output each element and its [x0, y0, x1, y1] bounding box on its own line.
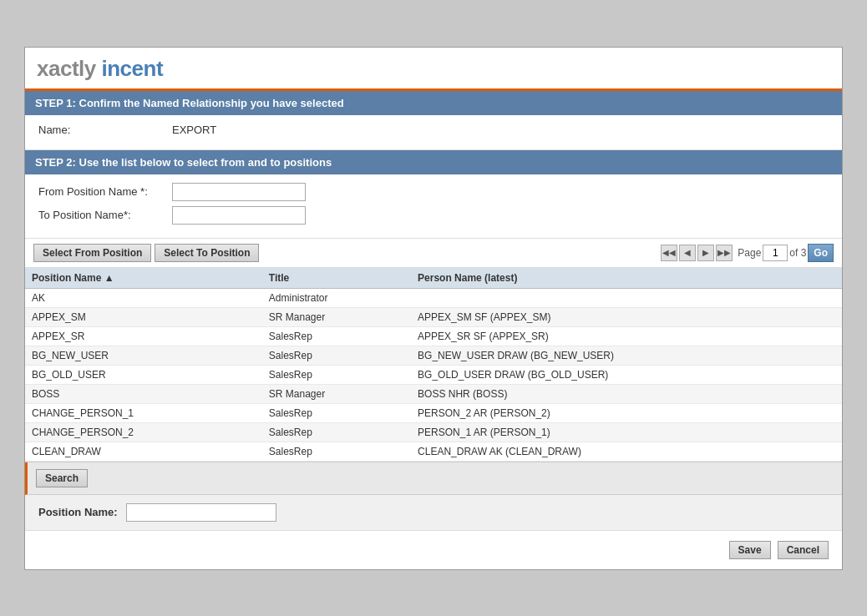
name-label: Name:: [38, 124, 172, 136]
table-row[interactable]: CHANGE_PERSON_2SalesRepPERSON_1 AR (PERS…: [25, 422, 842, 442]
select-to-position-button[interactable]: Select To Position: [155, 244, 259, 262]
toolbar-row: Select From Position Select To Position …: [25, 239, 842, 268]
col-title: Title: [262, 268, 411, 289]
table-cell-2: CLEAN_DRAW AK (CLEAN_DRAW): [411, 442, 842, 461]
table-cell-2: PERSON_1 AR (PERSON_1): [411, 422, 842, 442]
table-cell-0: APPEX_SR: [25, 326, 262, 346]
table-row[interactable]: APPEX_SMSR ManagerAPPEX_SM SF (APPEX_SM): [25, 307, 842, 326]
positions-table: Position Name ▲ Title Person Name (lates…: [25, 268, 842, 462]
from-position-row: From Position Name *:: [38, 183, 829, 201]
logo: xactly incent: [37, 56, 830, 82]
step1-content: Name: EXPORT: [25, 115, 842, 150]
step1-header: STEP 1: Confirm the Named Relationship y…: [25, 91, 842, 115]
table-cell-2: BG_OLD_USER DRAW (BG_OLD_USER): [411, 365, 842, 384]
from-position-label: From Position Name *:: [38, 185, 172, 198]
table-cell-0: CHANGE_PERSON_1: [25, 403, 262, 422]
go-button[interactable]: Go: [808, 244, 834, 262]
table-cell-1: SalesRep: [262, 365, 411, 384]
table-row[interactable]: CLEAN_DRAWSalesRepCLEAN_DRAW AK (CLEAN_D…: [25, 442, 842, 461]
footer-row: Save Cancel: [25, 531, 842, 569]
search-form: Position Name:: [25, 495, 842, 531]
logo-incent: incent: [101, 56, 163, 81]
page-of-label: of 3: [789, 247, 806, 259]
page-label: Page: [738, 247, 761, 259]
table-body: AKAdministratorAPPEX_SMSR ManagerAPPEX_S…: [25, 288, 842, 461]
table-cell-2: BG_NEW_USER DRAW (BG_NEW_USER): [411, 346, 842, 365]
pagination-prev-button[interactable]: ◀: [679, 245, 696, 261]
pagination-first-button[interactable]: ◀◀: [661, 245, 677, 261]
step2-form: From Position Name *: To Position Name*:: [25, 174, 842, 239]
step2-header: STEP 2: Use the list below to select fro…: [25, 150, 842, 174]
table-cell-0: BG_NEW_USER: [25, 346, 262, 365]
select-from-position-button[interactable]: Select From Position: [33, 244, 151, 262]
table-cell-0: CHANGE_PERSON_2: [25, 422, 262, 442]
table-row[interactable]: BOSSSR ManagerBOSS NHR (BOSS): [25, 384, 842, 403]
table-cell-1: SR Manager: [262, 307, 411, 326]
to-position-row: To Position Name*:: [38, 206, 829, 225]
table-cell-2: APPEX_SR SF (APPEX_SR): [411, 326, 842, 346]
table-row[interactable]: AKAdministrator: [25, 288, 842, 307]
page-wrapper: xactly incent STEP 1: Confirm the Named …: [24, 47, 843, 570]
table-cell-1: SalesRep: [262, 422, 411, 442]
table-row[interactable]: BG_NEW_USERSalesRepBG_NEW_USER DRAW (BG_…: [25, 346, 842, 365]
table-cell-2: APPEX_SM SF (APPEX_SM): [411, 307, 842, 326]
to-position-label: To Position Name*:: [38, 209, 172, 221]
table-cell-0: BG_OLD_USER: [25, 365, 262, 384]
search-section: Search: [25, 462, 842, 495]
positions-table-container: Position Name ▲ Title Person Name (lates…: [25, 268, 842, 462]
table-cell-2: BOSS NHR (BOSS): [411, 384, 842, 403]
search-position-input[interactable]: [126, 503, 276, 522]
table-cell-0: CLEAN_DRAW: [25, 442, 262, 461]
pagination: ◀◀ ◀ ▶ ▶▶ Page 1 of 3 Go: [661, 244, 834, 262]
table-cell-1: Administrator: [262, 288, 411, 307]
table-cell-1: SalesRep: [262, 346, 411, 365]
table-row[interactable]: CHANGE_PERSON_1SalesRepPERSON_2 AR (PERS…: [25, 403, 842, 422]
search-row: Position Name:: [38, 503, 829, 522]
pagination-last-button[interactable]: ▶▶: [716, 245, 733, 261]
col-position-name[interactable]: Position Name ▲: [25, 268, 262, 289]
pagination-next-button[interactable]: ▶: [697, 245, 714, 261]
table-cell-1: SalesRep: [262, 442, 411, 461]
table-cell-0: BOSS: [25, 384, 262, 403]
table-row[interactable]: BG_OLD_USERSalesRepBG_OLD_USER DRAW (BG_…: [25, 365, 842, 384]
table-cell-1: SalesRep: [262, 326, 411, 346]
table-cell-0: AK: [25, 288, 262, 307]
table-cell-1: SR Manager: [262, 384, 411, 403]
table-header: Position Name ▲ Title Person Name (lates…: [25, 268, 842, 289]
from-position-input[interactable]: [172, 183, 306, 201]
col-person-name: Person Name (latest): [411, 268, 842, 289]
table-cell-2: [411, 288, 842, 307]
name-value: EXPORT: [172, 124, 216, 136]
table-row[interactable]: APPEX_SRSalesRepAPPEX_SR SF (APPEX_SR): [25, 326, 842, 346]
table-cell-0: APPEX_SM: [25, 307, 262, 326]
table-cell-1: SalesRep: [262, 403, 411, 422]
cancel-button[interactable]: Cancel: [778, 541, 829, 559]
position-name-label: Position Name:: [38, 506, 118, 518]
save-button[interactable]: Save: [729, 541, 771, 559]
logo-xactly: xactly: [37, 56, 96, 81]
search-button[interactable]: Search: [36, 469, 88, 487]
logo-bar: xactly incent: [25, 48, 842, 91]
page-input[interactable]: 1: [763, 245, 788, 261]
to-position-input[interactable]: [172, 206, 306, 225]
table-cell-2: PERSON_2 AR (PERSON_2): [411, 403, 842, 422]
name-row: Name: EXPORT: [38, 124, 829, 136]
